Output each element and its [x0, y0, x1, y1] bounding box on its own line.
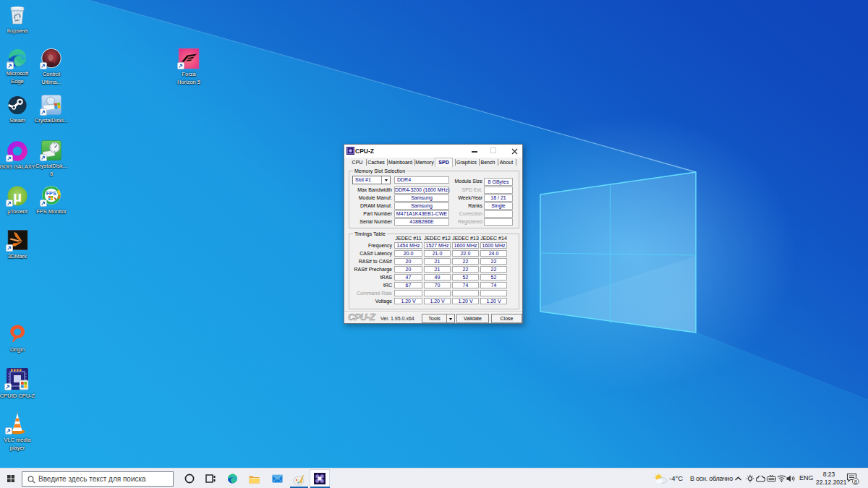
svg-text:FPS: FPS: [46, 190, 56, 197]
svg-text:8: 8: [854, 479, 857, 485]
svg-text:µ: µ: [13, 188, 22, 205]
